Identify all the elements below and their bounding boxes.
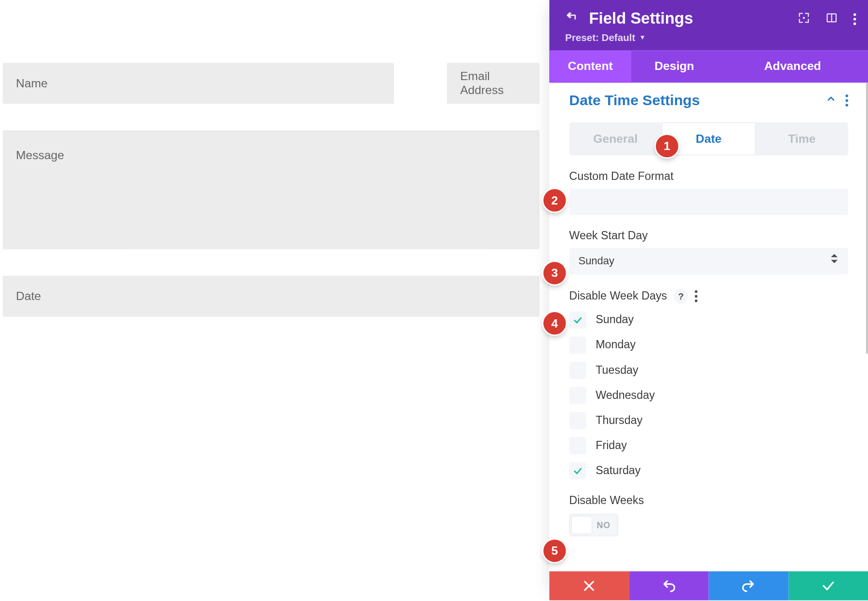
subtab-time[interactable]: Time xyxy=(756,123,848,156)
weekday-checkbox-wednesday[interactable]: Wednesday xyxy=(569,387,848,404)
weekday-checkbox-saturday[interactable]: Saturday xyxy=(569,462,848,479)
setting-week-start-day: Week Start Day xyxy=(569,230,848,274)
setting-menu-icon[interactable] xyxy=(695,290,697,302)
checkbox-icon xyxy=(569,462,586,479)
message-field[interactable]: Message xyxy=(2,130,539,249)
undo-button[interactable] xyxy=(629,571,708,600)
disable-weeks-label: Disable Weeks xyxy=(569,494,848,507)
panel-footer xyxy=(549,571,868,600)
panel-tabs: Content Design Advanced xyxy=(549,50,868,82)
expand-icon[interactable] xyxy=(798,12,810,27)
annotation-badge-5: 5 xyxy=(543,540,566,562)
weekday-checkbox-friday[interactable]: Friday xyxy=(569,437,848,454)
preset-selector[interactable]: Preset: Default ▼ xyxy=(565,32,646,43)
disable-weeks-toggle[interactable]: NO xyxy=(569,514,618,536)
checkbox-icon xyxy=(569,387,586,404)
checkbox-icon xyxy=(569,312,586,329)
tab-content[interactable]: Content xyxy=(549,50,631,82)
section-menu-icon[interactable] xyxy=(845,95,848,107)
save-button[interactable] xyxy=(788,571,868,600)
panel-menu-icon[interactable] xyxy=(854,13,856,25)
weekday-label: Thursday xyxy=(596,414,642,427)
redo-button[interactable] xyxy=(709,571,788,600)
panel-title: Field Settings xyxy=(589,9,693,27)
help-icon[interactable]: ? xyxy=(674,289,688,303)
weekday-label: Sunday xyxy=(596,314,634,327)
weekday-checkbox-tuesday[interactable]: Tuesday xyxy=(569,362,848,379)
back-icon[interactable] xyxy=(565,11,577,26)
weekday-checkbox-thursday[interactable]: Thursday xyxy=(569,412,848,429)
custom-date-format-label: Custom Date Format xyxy=(569,170,848,183)
message-field-placeholder: Message xyxy=(16,149,64,163)
name-field-placeholder: Name xyxy=(16,76,48,90)
cancel-button[interactable] xyxy=(549,571,629,600)
svg-point-0 xyxy=(803,17,805,19)
annotation-badge-4: 4 xyxy=(543,312,566,335)
subtab-general[interactable]: General xyxy=(569,123,662,156)
checkbox-icon xyxy=(569,412,586,429)
setting-disable-weeks: Disable Weeks NO xyxy=(569,494,848,536)
caret-down-icon: ▼ xyxy=(639,34,646,41)
section-header[interactable]: Date Time Settings xyxy=(549,82,868,113)
name-field[interactable]: Name xyxy=(2,63,394,104)
weekday-checkbox-sunday[interactable]: Sunday xyxy=(569,312,848,329)
date-field-placeholder: Date xyxy=(16,289,41,303)
toggle-knob xyxy=(572,517,592,534)
checkbox-icon xyxy=(569,437,586,454)
tab-design[interactable]: Design xyxy=(631,50,717,82)
email-field-placeholder: Email Address xyxy=(460,69,526,97)
checkbox-icon xyxy=(569,362,586,379)
section-title: Date Time Settings xyxy=(569,92,700,109)
weekday-label: Monday xyxy=(596,339,636,352)
week-start-day-select[interactable] xyxy=(569,248,848,274)
weekday-label: Saturday xyxy=(596,464,640,477)
annotation-badge-2: 2 xyxy=(543,189,566,212)
select-caret-icon xyxy=(831,254,839,263)
weekday-checkbox-monday[interactable]: Monday xyxy=(569,337,848,354)
panel-header: Field Settings Preset: Default ▼ xyxy=(549,0,868,50)
preset-label: Preset: Default xyxy=(565,32,635,43)
weekday-label: Tuesday xyxy=(596,364,638,377)
toggle-label: NO xyxy=(592,520,615,530)
form-preview: Name Email Address Message Date xyxy=(2,63,539,316)
weekday-label: Wednesday xyxy=(596,389,655,402)
disable-week-days-label: Disable Week Days xyxy=(569,289,667,302)
tab-advanced[interactable]: Advanced xyxy=(717,50,868,82)
settings-panel: Field Settings Preset: Default ▼ Content xyxy=(549,0,868,601)
scrollbar[interactable] xyxy=(866,82,868,354)
setting-custom-date-format: Custom Date Format xyxy=(569,170,848,215)
checkbox-icon xyxy=(569,337,586,354)
panel-body: Date Time Settings General Date Time Cus… xyxy=(549,82,868,571)
date-field[interactable]: Date xyxy=(2,276,539,317)
columns-icon[interactable] xyxy=(826,12,838,27)
custom-date-format-input[interactable] xyxy=(569,189,848,215)
annotation-badge-1: 1 xyxy=(656,135,678,158)
annotation-badge-3: 3 xyxy=(543,262,566,285)
collapse-icon[interactable] xyxy=(826,94,836,107)
week-start-day-label: Week Start Day xyxy=(569,230,848,243)
email-field[interactable]: Email Address xyxy=(447,63,540,104)
setting-disable-week-days: Disable Week Days ? SundayMondayTuesdayW… xyxy=(569,289,848,479)
weekday-label: Friday xyxy=(596,439,627,452)
subtab-bar: General Date Time xyxy=(569,123,848,156)
